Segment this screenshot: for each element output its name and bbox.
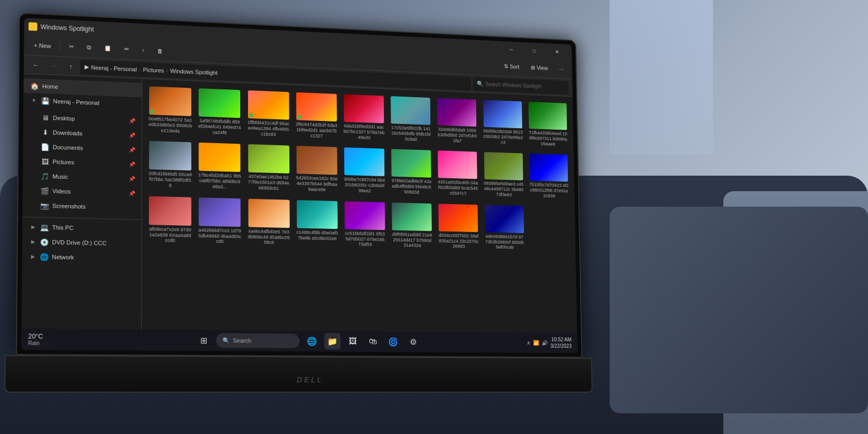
sidebar-item-network[interactable]: ▶ 🌐 Network (22, 249, 142, 266)
file-name: a462666d7cc0 1d795db48d4d 4ba4d93ccd0 (198, 227, 241, 245)
taskbar-store[interactable]: 🛍 (365, 333, 381, 350)
delete-button[interactable]: 🗑 (152, 43, 168, 58)
drive-icon: 💾 (41, 97, 50, 105)
taskbar-settings[interactable]: ⚙ (405, 334, 421, 350)
file-item[interactable]: 7515f5c7d70623 4f2c980312f96 d7e91e2c838 (527, 151, 571, 203)
clock[interactable]: 10:52 AM 3/22/2023 (550, 336, 572, 349)
sidebar-label-network: Network (52, 254, 74, 260)
file-item[interactable]: c1488c4f8b d5e0af07be8b a5c8bc02e6 (294, 197, 340, 250)
file-item[interactable]: 36d99c0b03d4 9523c5b26b2 2d76e99a3c3 (481, 97, 525, 148)
maximize-button[interactable]: □ (523, 42, 546, 59)
sidebar-label-music: Music (53, 173, 68, 180)
file-item[interactable]: cc51bb5df1bf1 5f535d7d0027 879e24673af55 (342, 198, 388, 251)
file-name: d034cc05f7502 3daf835a21c4 33c2075c26683 (439, 233, 479, 250)
weather-temp: 20°C (28, 332, 43, 340)
file-item[interactable]: 32e96db5da9 1059b30bd5b0 2d7ef1b02fa7 (435, 95, 479, 147)
file-grid: 0ce8517be4072 5a1e0b33d65e3 8908cbe113ed… (142, 79, 577, 341)
sidebar-label-desktop: Desktop (53, 115, 74, 122)
file-item[interactable]: 0ce8517be4072 5a1e0b33d65e3 8908cbe113ed… (146, 83, 194, 137)
network-icon: 🌐 (40, 253, 49, 261)
file-name: 4321a002bc405 04af92df00d89 bc4c545c5597… (438, 179, 478, 196)
file-item[interactable]: 093895e568ae3 c4546c4499712c 30e8573f3e6… (482, 149, 526, 201)
network-status[interactable]: 📶 (533, 340, 538, 346)
file-item[interactable]: 2f6c6474d2b2f 6da31bf9ed2d1 aacb07bc1327 (293, 89, 339, 143)
file-thumbnail (297, 200, 337, 229)
file-name: 17cf23e5f601fb 14116c54084fb 6fdb1fd5c9a… (391, 125, 431, 143)
file-item[interactable]: 542b52cee182c 60e4e3397b644 9dfbaa8aace0… (293, 143, 339, 196)
start-button[interactable]: ⊞ (195, 332, 212, 349)
file-item[interactable]: 4321a002bc405 04af92df00d89 bc4c545c5597… (436, 148, 481, 200)
toolbar-separator (59, 41, 60, 51)
back-button[interactable]: ← (28, 57, 43, 72)
file-thumbnail (391, 96, 430, 125)
taskbar-explorer[interactable]: 📁 (324, 333, 340, 349)
file-item[interactable]: ede99d8661b7d 9773b3b2660cf 600d59af0bca… (482, 202, 526, 254)
file-name: cc51bb5df1bf1 5f535d7d0027 879e24673af55 (344, 230, 385, 247)
forward-button[interactable]: → (45, 58, 61, 73)
file-item[interactable]: 1ffbfd4431c4df 95acee9ea1384 4fb4665c1bc… (245, 87, 291, 141)
paste-button[interactable]: 📋 (98, 41, 116, 56)
status-dot (150, 110, 154, 114)
folder-icon (28, 22, 37, 31)
volume-icon[interactable]: 🔊 (541, 340, 547, 346)
file-item[interactable]: 437e0ae1462be b277f9e1501e3 d684e66993c6… (245, 141, 292, 195)
file-item[interactable]: 17cf23e5f601fb 14116c54084fb 6fdb1fd5c9a… (388, 93, 433, 146)
close-button[interactable]: ✕ (546, 43, 568, 60)
sidebar-label-downloads: Downloads (53, 129, 82, 136)
file-item[interactable]: T1fb4433854eed 159f8c697311 b0b90a09aae6 (526, 99, 570, 150)
system-tray-icons: ∧ (526, 340, 530, 346)
taskbar-center: ⊞ 🔍 Search 🌐 📁 🖼 🛍 🌀 ⚙ (195, 332, 421, 350)
laptop-screen: Windows Spotlight ─ □ ✕ + New ✂ ⧉ 📋 ✏ ↑ (16, 12, 583, 358)
sort-button[interactable]: ⇅ Sort (499, 59, 524, 74)
weather-widget[interactable]: 20°C Rain (28, 332, 43, 346)
file-item[interactable]: 1a5b748d5ddb d59ef284efc41 849ed74ca24f8 (196, 85, 243, 139)
file-item[interactable]: 976fe02adbfe2f 43aadb4ff0d89 bf448c5908d… (389, 146, 434, 199)
breadcrumb-neeraj[interactable]: Neeraj - Personal (91, 64, 137, 72)
file-item[interactable]: xa46c44fb40e5 7e39b806c49 d5a8bc0558c6 (245, 195, 292, 249)
file-item[interactable]: 20fcd1fd45d5 b5ca8f07bbc 5ac388f2df39 (146, 138, 194, 192)
sidebar-label-screenshots: Screenshots (52, 203, 86, 210)
taskbar: 20°C Rain ⊞ 🔍 Search 🌐 📁 🖼 🛍 (21, 328, 577, 352)
up-button[interactable]: ↑ (63, 59, 78, 74)
file-thumbnail (529, 154, 568, 182)
file-name: 976fe02adbfe2f 43aadb4ff0d89 bf448c5908d… (391, 178, 432, 196)
view-button[interactable]: ⊞ View (526, 60, 553, 75)
screen-bezel: Windows Spotlight ─ □ ✕ + New ✂ ⧉ 📋 ✏ ↑ (21, 18, 577, 353)
sidebar-item-screenshots[interactable]: 📷 Screenshots (23, 198, 142, 215)
file-item[interactable]: 6da31bf9ed2d1 aacb07bc1327 b79a7eb49e30 (341, 91, 386, 144)
file-name: 0ce8517be4072 5a1e0b33d65e3 8908cbe113ed… (149, 116, 192, 134)
file-item[interactable]: 900be7c997c94 6b4331b8335c c2b9d4f39ee2 (342, 145, 388, 197)
sidebar-item-dvd[interactable]: ▶ 💿 DVD Drive (D:) CCC (22, 234, 142, 251)
downloads-icon: ⬇ (41, 128, 50, 136)
file-name: 2f6c6474d2b2f 6da31bf9ed2d1 aacb07bc1327 (296, 121, 337, 139)
file-thumbnail (199, 197, 241, 227)
more-button[interactable]: ··· (554, 62, 568, 76)
file-name: af6deca7x2e9 d7d91a2e838 6Xaa4a8dccd0 (148, 226, 192, 244)
search-bar[interactable]: 🔍 Search Windows Spotlight (473, 76, 569, 94)
file-item[interactable]: 17bc45d2d5a51 9b5ca8f07bbc a89d8c9e8a3..… (196, 140, 243, 193)
expand-icon-this-pc: ▶ (29, 223, 37, 231)
taskbar-photos[interactable]: 🖼 (345, 333, 361, 350)
minimize-button[interactable]: ─ (500, 41, 522, 58)
file-item[interactable]: af6deca7x2e9 d7d91a2e838 6Xaa4a8dccd0 (146, 193, 194, 247)
taskbar-edge[interactable]: 🌀 (385, 333, 401, 350)
screenshots-icon: 📷 (40, 202, 49, 210)
search-icon: 🔍 (477, 81, 484, 87)
new-button[interactable]: + New (28, 38, 56, 54)
share-button[interactable]: ↑ (136, 42, 150, 57)
file-thumbnail (344, 94, 384, 123)
file-item[interactable]: d9f5f951ed0bf 21e925514d417 b7b90d31a432… (389, 199, 435, 252)
breadcrumb-pictures[interactable]: Pictures (143, 66, 164, 73)
taskbar-search[interactable]: 🔍 Search (216, 333, 299, 348)
laptop: Windows Spotlight ─ □ ✕ + New ✂ ⧉ 📋 ✏ ↑ (16, 12, 630, 393)
taskbar-globe[interactable]: 🌐 (304, 333, 320, 349)
cut-button[interactable]: ✂ (64, 39, 79, 54)
file-thumbnail (199, 143, 241, 172)
rename-button[interactable]: ✏ (119, 42, 134, 57)
breadcrumb-spotlight[interactable]: Windows Spotlight (170, 68, 218, 76)
file-item[interactable]: d034cc05f7502 3daf835a21c4 33c2075c26683 (436, 200, 481, 253)
copy-button[interactable]: ⧉ (81, 40, 96, 55)
videos-icon: 🎬 (40, 187, 49, 195)
file-item[interactable]: a462666d7cc0 1d795db48d4d 4ba4d93ccd0 (196, 194, 244, 248)
file-thumbnail (484, 152, 523, 181)
